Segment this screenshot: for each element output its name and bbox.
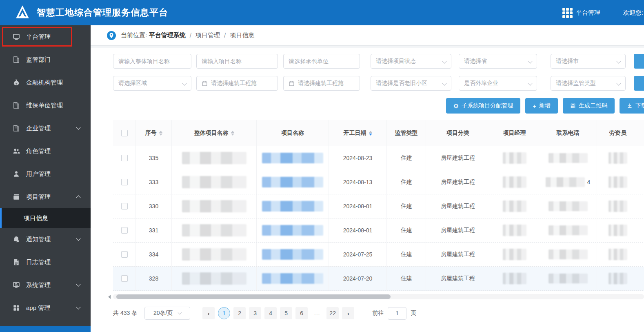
reset-button[interactable] — [634, 76, 644, 91]
end-date-picker[interactable]: 请选择建筑工程施 — [283, 76, 360, 91]
bell-icon — [12, 235, 20, 243]
district-select[interactable]: 请选择区域 — [113, 76, 191, 91]
cell-2-3[interactable] — [257, 194, 329, 218]
cell-0-3[interactable] — [257, 146, 329, 170]
supervision-type-select[interactable]: 请选择监管类型 — [551, 76, 626, 91]
horizontal-scrollbar[interactable] — [113, 294, 644, 299]
row-checkbox[interactable] — [121, 203, 128, 209]
category-cell: 房屋建筑工程 — [441, 275, 475, 282]
header-nav-platform[interactable]: 平台管理 — [562, 8, 600, 18]
sidebar-item-11[interactable]: app 管理 — [0, 296, 91, 319]
row-checkbox[interactable] — [121, 227, 128, 234]
sort-icons[interactable] — [231, 131, 234, 136]
column-header-8: 联系电话 — [539, 120, 597, 146]
cell-1-3[interactable] — [257, 170, 329, 194]
external-enterprise-select[interactable]: 是否外埠企业 — [459, 76, 537, 91]
sidebar-item-6[interactable]: 用户管理 — [0, 163, 91, 185]
cell-3-4: 2024-08-01 — [329, 218, 387, 242]
sidebar-item-label: 企业管理 — [26, 125, 51, 132]
app-grid-icon — [12, 304, 20, 312]
province-select[interactable]: 请选择省 — [459, 54, 537, 69]
sidebar-item-2[interactable]: 金融机构管理 — [0, 71, 91, 94]
breadcrumb-item-project-info[interactable]: 项目信息 — [230, 31, 255, 39]
old-community-select[interactable]: 请选择是否老旧小区 — [371, 76, 451, 91]
sidebar-item-label: 系统管理 — [26, 281, 51, 289]
page-6-button[interactable]: 6 — [295, 307, 308, 319]
search-button[interactable] — [634, 54, 644, 69]
cell-2-6: 房屋建筑工程 — [426, 194, 490, 218]
redacted-text — [503, 225, 526, 236]
cell-1-9 — [597, 170, 639, 194]
start-date-cell: 2024-07-20 — [343, 275, 373, 282]
chevron-down-icon — [178, 311, 182, 315]
project-name-input[interactable] — [202, 58, 273, 65]
sidebar-item-4[interactable]: 企业管理 — [0, 117, 91, 140]
row-checkbox[interactable] — [121, 251, 128, 258]
row-checkbox[interactable] — [121, 155, 128, 161]
next-page-button[interactable]: › — [342, 307, 354, 319]
seq-cell: 328 — [149, 275, 158, 282]
cell-1-4: 2024-08-13 — [329, 170, 387, 194]
breadcrumb-root[interactable]: 平台管理系统 — [149, 31, 186, 39]
select-all-checkbox[interactable] — [121, 130, 128, 136]
table-row: 3342024-07-25住建房屋建筑工程 — [113, 243, 644, 267]
page-2-button[interactable]: 2 — [233, 307, 246, 319]
sidebar-item-label: 用户管理 — [26, 170, 51, 178]
cell-1-0 — [113, 170, 136, 194]
city-select[interactable]: 请选择市 — [551, 54, 626, 69]
generate-qrcode-button[interactable]: 生成二维码 — [563, 98, 615, 114]
cell-5-0 — [113, 267, 136, 290]
sidebar-item-label: 监管部门 — [26, 56, 51, 64]
sidebar-item-0[interactable]: 平台管理 — [0, 25, 91, 48]
sidebar-item-10[interactable]: 系统管理 — [0, 274, 91, 296]
sidebar-item-label: 平台管理 — [26, 33, 51, 41]
redacted-text — [262, 225, 323, 236]
page-size-select[interactable]: 20条/页 — [144, 307, 190, 320]
project-name-input[interactable] — [196, 54, 278, 69]
column-header-4[interactable]: 开工日期 — [329, 120, 387, 146]
cell-4-3[interactable] — [257, 243, 329, 266]
contractor-select[interactable] — [289, 58, 355, 65]
start-date-picker[interactable]: 请选择建筑工程施 — [196, 76, 278, 91]
sidebar-subitem-7-0[interactable]: 项目信息 — [0, 208, 91, 228]
sort-icons[interactable] — [369, 131, 372, 136]
sidebar-item-1[interactable]: 监管部门 — [0, 48, 91, 71]
sort-icons[interactable] — [159, 131, 162, 136]
scrollbar-thumb[interactable] — [116, 294, 391, 299]
overall-project-name-input[interactable] — [113, 54, 191, 69]
page-1-button[interactable]: 1 — [218, 307, 230, 319]
overall-project-name-input[interactable] — [118, 58, 186, 65]
goto-suffix: 页 — [411, 310, 416, 317]
sidebar-item-7[interactable]: 项目管理 — [0, 185, 91, 208]
system-icon — [12, 281, 20, 289]
cell-3-3[interactable] — [257, 218, 329, 242]
sidebar-item-8[interactable]: 通知管理 — [0, 228, 91, 251]
page-5-button[interactable]: 5 — [280, 307, 292, 319]
cell-4-9 — [597, 243, 639, 266]
page-4-button[interactable]: 4 — [264, 307, 277, 319]
scroll-left-arrow-icon[interactable] — [108, 295, 111, 299]
column-header-10: 联 — [639, 120, 644, 146]
sidebar-item-9[interactable]: 日志管理 — [0, 251, 91, 274]
sidebar-item-3[interactable]: 维保单位管理 — [0, 94, 91, 117]
row-checkbox[interactable] — [121, 275, 128, 282]
cell-2-9 — [597, 194, 639, 218]
column-header-1[interactable]: 序号 — [136, 120, 172, 146]
page-3-button[interactable]: 3 — [249, 307, 261, 319]
sidebar-item-5[interactable]: 角色管理 — [0, 140, 91, 163]
page-22-button[interactable]: 22 — [326, 307, 339, 319]
chevron-down-icon — [528, 81, 532, 85]
cell-2-8 — [539, 194, 597, 218]
goto-page-input[interactable] — [388, 307, 406, 320]
sidebar-item-label: 金融机构管理 — [26, 79, 63, 87]
project-status-select[interactable]: 请选择项目状态 — [371, 54, 451, 69]
prev-page-button[interactable]: ‹ — [202, 307, 215, 319]
breadcrumb-item-project-mgmt[interactable]: 项目管理 — [195, 31, 220, 39]
contractor-select[interactable] — [283, 54, 360, 69]
row-checkbox[interactable] — [121, 179, 128, 185]
download-button[interactable]: 下载 — [620, 98, 644, 114]
cell-5-3[interactable] — [257, 267, 329, 290]
column-header-2[interactable]: 整体项目名称 — [172, 120, 257, 146]
add-button[interactable]: +新增 — [525, 98, 558, 114]
subsystem-assign-button[interactable]: ⚙子系统项目分配管理 — [446, 98, 520, 114]
